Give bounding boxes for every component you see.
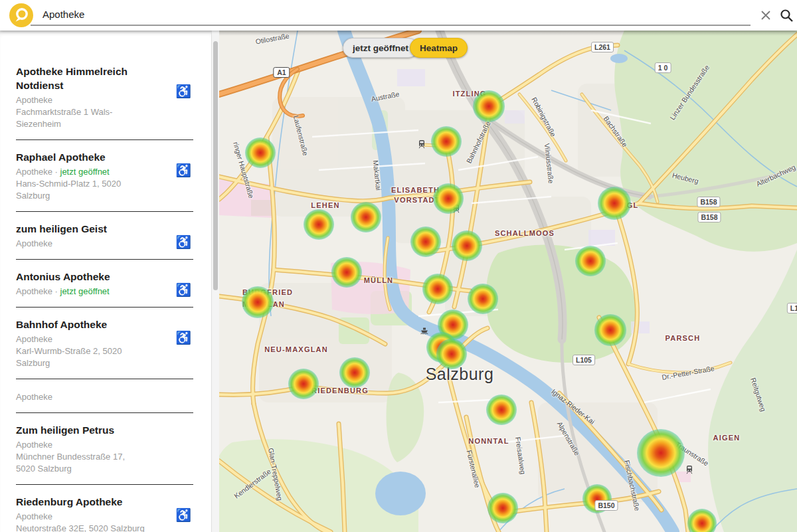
train-icon (685, 465, 694, 474)
street-label: Ignaz-Rieder-Kai (550, 387, 596, 426)
train-icon (417, 139, 426, 149)
heatmap-marker[interactable] (351, 202, 381, 232)
result-category: Apotheke (16, 392, 52, 402)
wheelchair-icon: ♿ (175, 284, 191, 296)
heatmap-marker[interactable] (637, 429, 685, 477)
street-label: Alpenstraße (556, 420, 582, 456)
search-underline (31, 25, 751, 26)
heatmap-marker[interactable] (473, 90, 505, 122)
heatmap-marker[interactable] (687, 509, 717, 532)
result-category: Apotheke (16, 167, 52, 177)
result-title: Antonius Apotheke (16, 270, 149, 284)
result-category: Apotheke (16, 440, 52, 450)
wheelchair-icon: ♿ (175, 85, 191, 98)
district-label: MÜLLN (364, 276, 394, 284)
heatmap-marker[interactable] (487, 493, 518, 523)
result-item[interactable]: Apotheke Himmelreich NotdienstApothekeFa… (16, 54, 193, 140)
result-category: Apotheke (16, 334, 52, 344)
heatmap-marker[interactable] (433, 183, 464, 214)
heatmap-marker[interactable] (598, 187, 631, 220)
district-label: AIGEN (713, 434, 741, 442)
result-meta: Apotheke (16, 237, 193, 250)
street-label: Vilniusstraße (543, 143, 555, 183)
heatmap-marker[interactable] (331, 257, 362, 288)
street-label: Bahnhofstraße (465, 120, 492, 164)
result-item[interactable]: Bahnhof ApothekeApothekeKarl-Wurmb-Straß… (16, 308, 193, 379)
boat-icon (420, 325, 429, 335)
result-item[interactable]: zum heiligen GeistApotheke♿ (16, 212, 193, 260)
result-item[interactable]: Apotheke (16, 379, 193, 413)
heatmap-marker[interactable] (422, 274, 453, 304)
street-label: Otilostraße (255, 32, 290, 46)
road-shield: A1 (273, 67, 290, 78)
app-logo-icon[interactable] (9, 3, 33, 27)
heatmap-marker[interactable] (594, 314, 626, 346)
district-label: LEHEN (311, 201, 339, 209)
street-label: Fischbachstraße (623, 460, 642, 511)
street-label: Bachstraße (602, 115, 630, 149)
meta-separator: · (52, 286, 60, 296)
map-canvas[interactable]: OtilostraßeAustraßeLaufenstraßeringer Ha… (219, 31, 797, 532)
result-item[interactable]: Riedenburg ApothekeApothekeNeutorstraße … (16, 485, 193, 532)
heatmap-marker[interactable] (242, 286, 274, 318)
heatmap-marker[interactable] (304, 209, 334, 240)
result-meta: Apotheke (16, 94, 193, 106)
result-category: Apotheke (16, 238, 52, 248)
wheelchair-icon: ♿ (175, 236, 191, 248)
heatmap-marker[interactable] (410, 226, 441, 257)
street-label: Austraße (371, 90, 400, 103)
road-shield: L261 (591, 42, 614, 52)
wheelchair-icon: ♿ (175, 509, 191, 521)
sidebar-scrollbar-thumb[interactable] (213, 41, 218, 290)
street-label: Laufenstraße (292, 115, 310, 157)
result-item[interactable]: Raphael ApothekeApotheke · jetzt geöffne… (16, 140, 193, 212)
open-now-status: jetzt geöffnet (60, 167, 110, 177)
street-label: Freisaalweg (514, 436, 527, 475)
district-label: NEU-MAXGLAN (264, 345, 328, 353)
result-item[interactable]: Antonius ApothekeApotheke · jetzt geöffn… (16, 260, 193, 308)
street-label: Kendlerstraße (232, 467, 272, 499)
open-now-status: jetzt geöffnet (60, 286, 110, 296)
district-label: NONNTAL (468, 437, 509, 445)
result-address: Karl-Wurmb-Straße 2, 5020 Salzburg (16, 345, 145, 369)
search-icon[interactable] (778, 7, 794, 23)
result-meta: Apotheke (16, 333, 193, 345)
heatmap-marker[interactable] (452, 230, 482, 261)
street-label: Heuberg (671, 171, 699, 185)
result-address: Neutorstraße 32E, 5020 Salzburg (16, 523, 145, 532)
heatmap-marker[interactable] (486, 395, 517, 425)
result-meta: Apotheke (16, 510, 193, 523)
road-shield: L105 (573, 355, 595, 365)
street-label: Robinigstraße (530, 96, 557, 137)
heatmap-marker[interactable] (431, 126, 462, 157)
wheelchair-icon: ♿ (175, 331, 191, 344)
search-bar: Apotheke (0, 0, 797, 31)
clear-search-icon[interactable] (758, 8, 773, 23)
result-meta: Apotheke · jetzt geöffnet (16, 285, 193, 298)
search-input[interactable]: Apotheke (43, 9, 84, 20)
result-meta: Apotheke · jetzt geöffnet (16, 165, 193, 178)
results-list: Apotheke Himmelreich NotdienstApothekeFa… (0, 31, 211, 532)
road-shield: B158 (697, 212, 721, 222)
filter-open-now-button[interactable]: jetzt geöffnet (343, 38, 418, 58)
heatmap-marker[interactable] (575, 246, 606, 276)
street-label: Dr.-Petter-Straße (662, 364, 715, 381)
district-label: SCHALLMOOS (495, 229, 555, 237)
heatmap-marker[interactable] (339, 357, 370, 388)
heatmap-marker[interactable] (468, 284, 498, 314)
results-panel: Apotheke Himmelreich NotdienstApothekeFa… (0, 31, 211, 532)
heatmap-marker[interactable] (245, 137, 276, 168)
result-item[interactable]: Zum heiligen PetrusApothekeMünchner Bund… (16, 413, 193, 485)
road-shield: B150 (594, 500, 618, 511)
result-title: Bahnhof Apotheke (16, 317, 149, 331)
heatmap-marker[interactable] (436, 339, 467, 369)
result-address: Münchner Bundesstraße 17, 5020 Salzburg (16, 451, 145, 475)
district-label: PARSCH (665, 334, 701, 342)
result-title: Apotheke Himmelreich Notdienst (16, 64, 149, 92)
result-meta: Apotheke (16, 391, 193, 403)
result-title: Riedenburg Apotheke (16, 495, 149, 509)
heatmap-marker[interactable] (288, 369, 319, 399)
street-label: Fürstenallee (466, 450, 482, 489)
result-category: Apotheke (16, 286, 52, 296)
heatmap-toggle-button[interactable]: Heatmap (410, 38, 468, 58)
